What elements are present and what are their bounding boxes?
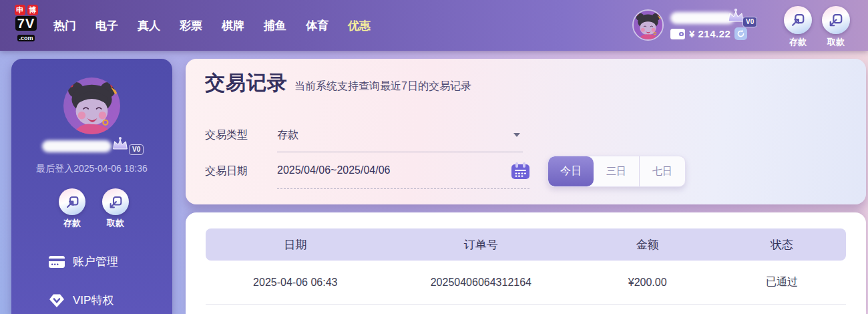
sidebar-user-row: V0	[11, 139, 172, 156]
brand-logo-cn: 申 博	[9, 5, 43, 15]
sidebar-withdraw-button[interactable]: 取款	[100, 188, 131, 229]
nav-item-sports[interactable]: 体育	[306, 18, 329, 33]
col-header-amount: 金额	[577, 237, 718, 253]
brand-main: 7V	[15, 16, 37, 31]
cell-order: 20250406064312164	[385, 277, 578, 289]
vip-level-badge: V0	[742, 17, 757, 27]
deposit-icon	[65, 195, 79, 209]
withdraw-button[interactable]: 取款	[821, 6, 851, 48]
withdraw-icon	[829, 13, 843, 27]
table-row: 2025-04-06 06:43 20250406064312164 ¥200.…	[206, 261, 846, 305]
tab-7days[interactable]: 七日	[639, 156, 685, 186]
col-header-order: 订单号	[385, 237, 578, 253]
user-avatar[interactable]	[632, 9, 664, 41]
vip-level-badge: V0	[129, 144, 144, 155]
filter-date-label: 交易日期	[205, 164, 248, 178]
cell-date: 2025-04-06 06:43	[206, 277, 385, 289]
sidebar-item-account[interactable]: 账户管理	[49, 254, 118, 269]
sidebar-item-label: VIP特权	[73, 293, 114, 308]
refresh-balance-button[interactable]	[734, 27, 747, 40]
table-header-row: 日期 订单号 金额 状态	[206, 228, 846, 261]
sidebar-item-vip[interactable]: VIP特权	[49, 293, 114, 308]
nav-item-lottery[interactable]: 彩票	[180, 18, 202, 33]
deposit-label: 存款	[57, 217, 87, 229]
filter-type-label: 交易类型	[205, 128, 248, 142]
nav-item-fishing[interactable]: 捕鱼	[264, 18, 286, 33]
brand-char-2: 博	[27, 5, 38, 15]
col-header-status: 状态	[718, 237, 846, 253]
transaction-filter-card: 交易记录 当前系统支持查询最近7日的交易记录 交易类型 存款 交易日期 2025…	[186, 59, 866, 204]
balance-row: ¥ 214.22	[670, 27, 747, 40]
deposit-icon	[791, 13, 805, 27]
withdraw-label: 取款	[821, 36, 851, 48]
main-nav: 热门 电子 真人 彩票 棋牌 捕鱼 体育 优惠	[53, 0, 371, 51]
deposit-label: 存款	[783, 36, 813, 48]
date-quick-tabs: 今日 三日 七日	[548, 156, 686, 187]
nav-item-cards[interactable]: 棋牌	[222, 18, 244, 33]
refresh-icon	[736, 29, 745, 38]
vip-crown-icon	[110, 136, 130, 152]
tab-3days[interactable]: 三日	[594, 156, 639, 186]
top-navbar: 申 博 7V .com 热门 电子 真人 彩票 棋牌 捕鱼 体育 优惠 V0 ¥…	[0, 0, 868, 51]
wallet-icon	[670, 29, 685, 39]
balance-amount: ¥ 214.22	[689, 28, 730, 39]
tab-today[interactable]: 今日	[548, 156, 594, 186]
brand-suffix: .com	[17, 35, 34, 41]
brand-logo[interactable]: 申 博 7V .com	[9, 5, 43, 43]
username-redacted	[42, 140, 112, 152]
withdraw-icon	[109, 195, 123, 209]
transaction-type-value: 存款	[277, 128, 298, 142]
bank-card-icon	[49, 256, 65, 268]
page: 申 博 7V .com 热门 电子 真人 彩票 棋牌 捕鱼 体育 优惠 V0 ¥…	[0, 0, 868, 314]
page-subtitle: 当前系统支持查询最近7日的交易记录	[294, 80, 471, 94]
nav-item-live[interactable]: 真人	[138, 18, 160, 33]
sidebar-deposit-button[interactable]: 存款	[57, 188, 87, 229]
sidebar-item-label: 账户管理	[73, 254, 118, 269]
deposit-button[interactable]: 存款	[783, 6, 813, 48]
transaction-table-card: 日期 订单号 金额 状态 2025-04-06 06:43 2025040606…	[186, 212, 866, 314]
page-title: 交易记录	[205, 69, 288, 97]
date-range-input[interactable]: 2025/04/06~2025/04/06	[277, 157, 529, 189]
withdraw-label: 取款	[100, 217, 131, 229]
nav-item-hot[interactable]: 热门	[53, 18, 76, 33]
transaction-type-select[interactable]: 存款	[277, 121, 523, 152]
sidebar-avatar[interactable]	[63, 77, 120, 134]
date-range-value: 2025/04/06~2025/04/06	[277, 164, 391, 176]
vip-gem-icon	[49, 293, 65, 308]
cell-status: 已通过	[718, 275, 846, 289]
brand-char-1: 申	[15, 5, 25, 15]
chevron-down-icon	[513, 133, 520, 137]
col-header-date: 日期	[206, 237, 385, 253]
nav-item-promo[interactable]: 优惠	[348, 18, 371, 33]
cell-amount: ¥200.00	[577, 277, 718, 289]
sidebar: V0 最后登入2025-04-06 18:36 存款 取款 账户管理 VIP特权	[11, 59, 172, 314]
last-login-text: 最后登入2025-04-06 18:36	[11, 163, 172, 175]
nav-item-slots[interactable]: 电子	[95, 18, 118, 33]
title-row: 交易记录 当前系统支持查询最近7日的交易记录	[205, 69, 471, 97]
calendar-icon[interactable]	[511, 162, 529, 179]
